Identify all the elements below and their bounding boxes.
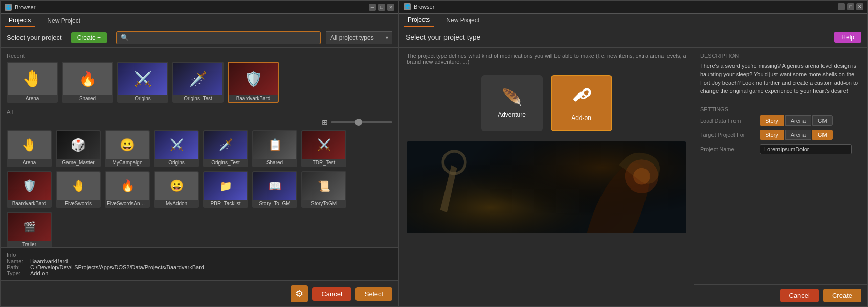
maximize-button[interactable]: □ — [378, 4, 385, 11]
info-title: Info — [7, 252, 16, 258]
project-shared-recent[interactable]: 🔥 Shared — [62, 62, 113, 103]
project-storytogm2-all[interactable]: 📜 StoryToGM — [301, 171, 346, 208]
label: MyAddon — [155, 200, 198, 206]
search-icon: 🔍 — [121, 34, 129, 41]
size-slider[interactable] — [331, 121, 392, 123]
description-text: There's a sword you're missing? A genius… — [700, 62, 861, 96]
load-data-label: Load Data From — [700, 117, 756, 124]
gear-button[interactable]: ⚙ — [291, 285, 308, 302]
project-fiveswords-all[interactable]: 🤚 FiveSwords — [56, 171, 101, 208]
project-baardvark-recent[interactable]: 🛡️ BaardvarkBard — [228, 62, 279, 103]
project-baardvark-all[interactable]: 🛡️ BaardvarkBard — [7, 171, 52, 208]
right-toolbar-title: Select your project type — [406, 33, 834, 41]
label: FiveSwords — [57, 200, 100, 206]
close-button[interactable]: ✕ — [387, 4, 394, 11]
target-project-row: Target Project For Story Arena GM — [700, 130, 861, 140]
thumb-img: 🤚 — [57, 172, 100, 200]
preview-svg — [407, 141, 686, 233]
project-name-input[interactable] — [760, 144, 852, 154]
tdr-icon: ⚔️ — [317, 138, 331, 152]
adventure-label: Adventure — [498, 111, 526, 119]
project-origins-test-recent[interactable]: 🗡️ Origins_Test — [172, 62, 224, 103]
left-nav-bar: Projects New Project — [1, 14, 398, 28]
thumb-img: 📋 — [253, 131, 296, 159]
thumb-origins-img: ⚔️ — [118, 63, 167, 95]
thumb-baardvark-label: BaardvarkBard — [229, 95, 278, 101]
thumb-origins-test-img: 🗡️ — [173, 63, 222, 95]
create-button[interactable]: Create + — [71, 32, 107, 43]
origins-icon: ⚔️ — [134, 70, 152, 87]
fiveswords-icon: 🤚 — [72, 179, 85, 193]
target-project-label: Target Project For — [700, 132, 756, 138]
nav-item-projects[interactable]: Projects — [5, 15, 35, 27]
type-cards: 🪶 Adventure Add-on — [407, 70, 686, 136]
thumb-img: 🔥 — [106, 172, 149, 200]
project-fiveswordsandon-all[interactable]: 🔥 FiveSwordsAndOn — [105, 171, 150, 208]
recent-grid: 🤚 Arena 🔥 Shared ⚔️ Origins 🗡️ — [7, 62, 392, 103]
right-nav-projects[interactable]: Projects — [404, 14, 434, 27]
right-bottom-bar: Cancel Create — [694, 284, 867, 306]
cancel-button[interactable]: Cancel — [312, 287, 351, 301]
right-nav-new-project[interactable]: New Project — [442, 15, 483, 26]
minimize-button[interactable]: ─ — [369, 4, 376, 11]
project-mycampaign-all[interactable]: 😀 MyCampaign — [105, 130, 150, 167]
target-story-btn[interactable]: Story — [760, 130, 784, 140]
left-toolbar: Select your project Create + 🔍 All proje… — [1, 28, 398, 48]
load-story-btn[interactable]: Story — [760, 115, 784, 126]
project-pbr-all[interactable]: 📁 PBR_Tacklist — [203, 171, 248, 208]
project-tdr-all[interactable]: ⚔️ TDR_Test — [301, 130, 346, 167]
type-card-adventure[interactable]: 🪶 Adventure — [481, 75, 543, 131]
nav-item-new-project[interactable]: New Project — [43, 15, 84, 27]
search-input[interactable] — [132, 34, 316, 41]
project-arena-recent[interactable]: 🤚 Arena — [7, 62, 58, 103]
right-sidebar: Description There's a sword you're missi… — [694, 48, 867, 306]
info-path-row: Path: C:/Develop/Dev/LSProjects/Apps/DOS… — [7, 264, 392, 270]
target-arena-btn[interactable]: Arena — [785, 130, 811, 140]
right-cancel-button[interactable]: Cancel — [780, 289, 819, 302]
left-content: Recent 🤚 Arena 🔥 Shared ⚔️ Origins — [1, 48, 398, 247]
filter-dropdown[interactable]: All project types — [326, 31, 392, 44]
project-gamemaster-all[interactable]: 🎲 Game_Master — [56, 130, 101, 167]
project-origins-test-all[interactable]: 🗡️ Origins_Test — [203, 130, 248, 167]
project-origins-recent[interactable]: ⚔️ Origins — [117, 62, 168, 103]
thumb-img: 😀 — [106, 131, 149, 159]
project-myaddon-all[interactable]: 😀 MyAddon — [154, 171, 199, 208]
load-data-toggle: Story Arena GM — [760, 115, 833, 126]
project-origins-all[interactable]: ⚔️ Origins — [154, 130, 199, 167]
label: Origins — [155, 159, 198, 166]
label: Story_To_GM — [253, 200, 296, 206]
project-trailer-all[interactable]: 🎬 Trailer — [7, 212, 52, 247]
right-create-button[interactable]: Create — [823, 289, 861, 302]
wrench-icon — [569, 85, 594, 110]
help-button[interactable]: Help — [834, 32, 861, 43]
load-gm-btn[interactable]: GM — [812, 115, 833, 126]
project-story-to-gm-all[interactable]: 📖 Story_To_GM — [252, 171, 297, 208]
thumb-baardvark-img: 🛡️ — [229, 63, 278, 95]
right-minimize-button[interactable]: ─ — [838, 3, 845, 10]
feather-icon: 🪶 — [502, 88, 522, 107]
pbr-icon: 📁 — [219, 180, 232, 192]
target-gm-btn[interactable]: GM — [812, 130, 833, 140]
thumb-arena-label: Arena — [8, 95, 57, 101]
select-button[interactable]: Select — [355, 287, 392, 301]
info-path-value: C:/Develop/Dev/LSProjects/Apps/DOS2/Data… — [30, 264, 204, 270]
right-maximize-button[interactable]: □ — [847, 3, 854, 10]
filter-select-wrap: All project types — [326, 31, 392, 44]
right-close-button[interactable]: ✕ — [856, 3, 863, 10]
project-shared-all[interactable]: 📋 Shared — [252, 130, 297, 167]
toolbar-title: Select your project — [7, 34, 62, 41]
app-icon-right: 🌐 — [404, 3, 411, 10]
label: Arena — [8, 159, 51, 166]
left-bottom-bar: ⚙ Cancel Select — [1, 280, 398, 306]
project-arena-all[interactable]: 🤚 Arena — [7, 130, 52, 167]
d20-icon: 🎲 — [71, 138, 86, 152]
all-grid: 🤚 Arena 🎲 Game_Master 😀 MyCampaign ⚔️ Or… — [7, 130, 392, 247]
thumb-img: 📖 — [253, 172, 296, 200]
origins-test-icon: 🗡️ — [189, 70, 207, 87]
type-card-addon[interactable]: Add-on — [551, 75, 612, 131]
search-box: 🔍 — [116, 31, 321, 44]
right-window-title: Browser — [414, 4, 838, 10]
load-arena-btn[interactable]: Arena — [785, 115, 811, 126]
thumb-shared-label: Shared — [63, 95, 112, 101]
fire-icon: 🔥 — [79, 70, 97, 87]
